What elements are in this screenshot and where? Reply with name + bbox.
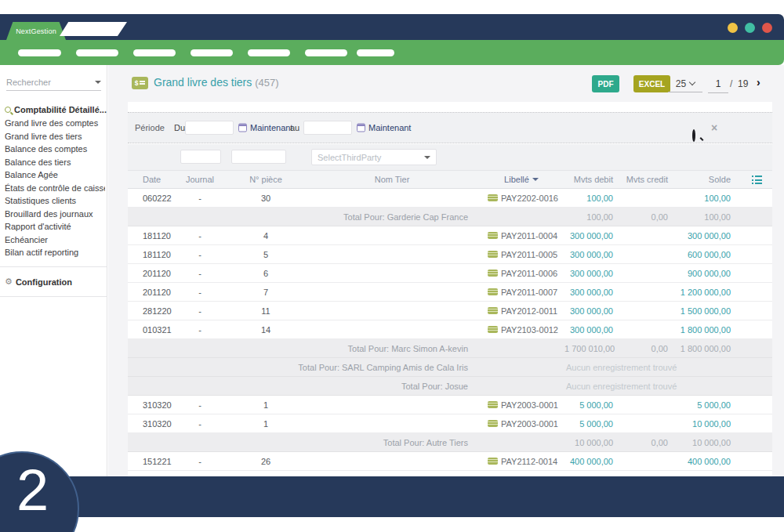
cell-piece: 1 (226, 400, 306, 410)
window-dot-yellow-icon[interactable] (728, 23, 738, 33)
no-records-message: Aucun enregistrement trouvé (564, 382, 678, 391)
sidebar-item-balance-tiers[interactable]: Balance des tiers (5, 156, 105, 169)
cell-solde: 600 000,00 (678, 250, 741, 259)
nav-item-placeholder[interactable] (18, 49, 61, 56)
window-dot-red-icon[interactable] (762, 23, 772, 33)
sidebar-item-statistiques-clients[interactable]: Statistiques clients (5, 194, 105, 208)
main-content: $ Grand livre des tiers(457) PDF EXCEL 2… (108, 65, 784, 476)
du-label: Du (174, 123, 185, 132)
cell-mvts-debit: 400 000,00 (564, 457, 623, 466)
brand-tab[interactable]: NextGestion (6, 22, 66, 40)
column-header-libelle[interactable]: Libellé (478, 175, 564, 184)
cell-mvts-debit: 1 700 010,00 (564, 344, 623, 353)
window-controls (728, 23, 772, 33)
column-header-piece[interactable]: N° pièce (226, 175, 306, 184)
cell-libelle: PAY2012-0011 (478, 306, 564, 316)
cell-journal: - (174, 457, 226, 466)
table-row[interactable]: 310320-1PAY2003-00015 000,0010 000,00 (128, 414, 772, 433)
date-from-input[interactable] (185, 121, 234, 135)
cell-mvts-debit: 300 000,00 (564, 269, 623, 278)
page-size-select[interactable]: 25 (668, 75, 702, 92)
next-page-button[interactable]: › (757, 76, 760, 89)
au-label: au (290, 123, 299, 132)
column-header-options[interactable] (741, 176, 772, 184)
calendar-icon[interactable] (357, 124, 365, 132)
sidebar-section-comptabilite[interactable]: Comptabilité Détaillé... (5, 105, 107, 114)
calendar-icon[interactable] (238, 124, 247, 132)
current-page-input[interactable] (708, 75, 728, 93)
cell-piece: 6 (226, 269, 306, 278)
sidebar-search-select[interactable]: Rechercher (6, 74, 101, 91)
sidebar-item-brouillard-journaux[interactable]: Brouillard des journaux (5, 208, 105, 221)
no-records-message: Aucun enregistrement trouvé (564, 363, 678, 372)
date-to-input[interactable] (303, 121, 352, 135)
third-party-select[interactable]: SelectThirdParty (311, 149, 437, 165)
column-header-debit[interactable]: Mvts debit (564, 175, 623, 184)
piece-filter-input[interactable] (231, 150, 286, 164)
column-header-credit[interactable]: Mvts credit (623, 175, 678, 184)
sidebar-item-balance-agee[interactable]: Balance Agée (5, 168, 105, 182)
nav-item-placeholder[interactable] (76, 49, 118, 56)
nav-item-placeholder[interactable] (191, 49, 233, 56)
sidebar-divider (0, 266, 107, 267)
excel-export-button[interactable]: EXCEL (633, 75, 670, 92)
nav-item-placeholder[interactable] (133, 49, 176, 56)
window-dot-teal-icon[interactable] (745, 23, 755, 33)
periode-label: Période (135, 123, 165, 132)
cell-piece: 5 (226, 250, 306, 259)
cell-journal: - (174, 250, 226, 259)
libelle-text: PAY2003-0001 (501, 400, 558, 410)
table-row[interactable]: 010321-14PAY2103-0012300 000,001 800 000… (128, 320, 772, 339)
pdf-export-button[interactable]: PDF (592, 75, 619, 92)
table-row[interactable]: 060222-30PAY2202-0016100,00100,00 (128, 189, 772, 208)
table-row[interactable]: 181120-4PAY2011-0004300 000,00300 000,00 (128, 226, 772, 245)
column-header-solde[interactable]: Solde (678, 175, 741, 184)
sidebar-item-balance-comptes[interactable]: Balance des comptes (5, 143, 105, 156)
cell-date: 151221 (128, 457, 174, 466)
cell-date: 201120 (128, 269, 174, 278)
sidebar-menu: Grand livre des comptes Grand livre des … (5, 117, 105, 259)
cell-journal: - (174, 231, 226, 241)
column-header-nom-tier[interactable]: Nom Tier (306, 175, 478, 184)
total-row: Total Pour: Garderie Cap France100,000,0… (128, 208, 772, 226)
nav-item-placeholder[interactable] (357, 49, 394, 56)
cell-journal: - (174, 306, 226, 316)
top-bar: NextGestion (0, 14, 784, 40)
sidebar-item-configuration[interactable]: ⚙ Configuration (5, 277, 72, 287)
maintenant-to-link[interactable]: Maintenant (368, 123, 411, 132)
maintenant-from-link[interactable]: Maintenant (250, 123, 292, 132)
journal-filter-input[interactable] (180, 150, 221, 164)
sidebar-item-grand-livre-tiers[interactable]: Grand livre des tiers (5, 130, 105, 143)
table-row[interactable]: 310320-1PAY2003-00015 000,005 000,00 (128, 396, 772, 414)
table-row[interactable]: 281220-11PAY2012-0011300 000,001 500 000… (128, 302, 772, 320)
sidebar-item-bilan-actif-reporting[interactable]: Bilan actif reporting (5, 246, 105, 259)
payment-voucher-icon (488, 194, 498, 201)
nav-item-placeholder[interactable] (305, 49, 347, 56)
table-row[interactable]: 181120-5PAY2011-0005300 000,00600 000,00 (128, 245, 772, 264)
cell-date: 281220 (128, 306, 174, 316)
chevron-down-icon (424, 156, 430, 159)
clear-filter-icon[interactable]: × (711, 122, 717, 133)
table-row[interactable]: 201120-6PAY2011-0006300 000,00900 000,00 (128, 264, 772, 283)
total-label: Total Pour: Marc Simon A-kevin (128, 344, 478, 353)
sidebar-item-rapport-activite[interactable]: Rapport d'activité (5, 220, 105, 233)
column-header-date[interactable]: Date (128, 175, 174, 184)
record-count: (457) (255, 77, 278, 89)
payment-voucher-icon (488, 232, 498, 239)
search-icon[interactable] (692, 129, 695, 142)
cell-piece: 7 (226, 288, 306, 297)
table-row[interactable]: 201120-7PAY2011-0007300 000,001 200 000,… (128, 283, 772, 302)
cell-solde: 100,00 (678, 212, 741, 222)
total-label: Total Pour: SARL Camping Amis de Cala Ir… (128, 363, 478, 372)
page-separator: / (730, 78, 732, 89)
sidebar-item-echeancier[interactable]: Echéancier (5, 233, 105, 247)
column-header-journal[interactable]: Journal (174, 175, 226, 184)
table-row[interactable]: 151221-26PAY2112-0014400 000,00400 000,0… (128, 452, 772, 471)
nav-item-placeholder[interactable] (248, 49, 290, 56)
cell-solde: 1 800 000,00 (678, 344, 741, 353)
sidebar-item-etats-controle-caisse[interactable]: États de contrôle de caisse (5, 182, 105, 195)
sidebar-item-grand-livre-comptes[interactable]: Grand livre des comptes (5, 117, 105, 130)
payment-voucher-icon (488, 251, 498, 258)
libelle-text: PAY2103-0012 (501, 325, 558, 335)
cell-solde: 1 800 000,00 (678, 325, 741, 335)
